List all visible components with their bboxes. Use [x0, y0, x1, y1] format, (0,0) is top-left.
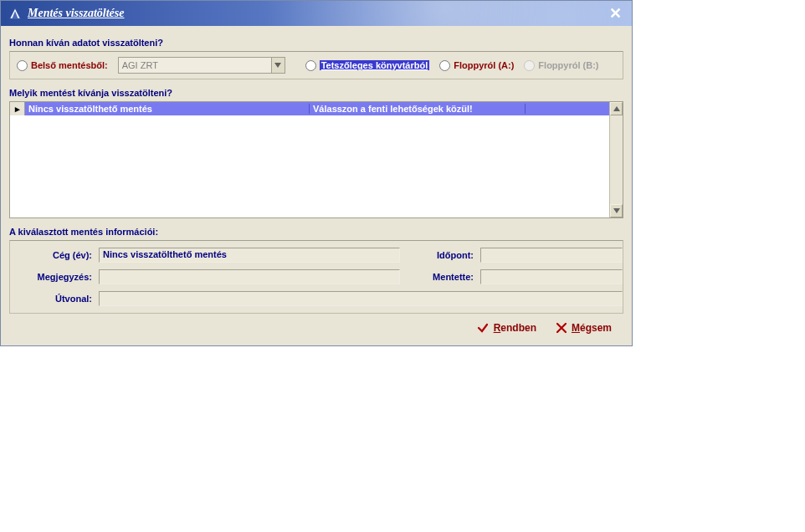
field-utvonal: [99, 291, 623, 306]
question-which: Melyik mentést kívánja visszatölteni?: [9, 88, 623, 98]
scroll-down-icon[interactable]: [610, 204, 623, 217]
dialog-body: Honnan kíván adatot visszatölteni? Belső…: [1, 26, 632, 345]
close-icon[interactable]: ✕: [606, 4, 625, 23]
question-info: A kiválasztott mentés információi:: [9, 227, 623, 237]
radio-floppy-a[interactable]: Floppyról (A:): [439, 60, 514, 71]
radio-floppy-b: Floppyról (B:): [524, 60, 598, 71]
backup-list-rows: ▸ Nincs visszatölthető mentés Válasszon …: [10, 102, 609, 217]
field-megjegyzes: [99, 269, 400, 284]
button-row: Rendben Mégsem: [9, 314, 623, 337]
scroll-up-icon[interactable]: [610, 102, 623, 115]
question-source: Honnan kíván adatot visszatölteni?: [9, 38, 623, 48]
label-mentette: Mentette:: [407, 272, 474, 282]
backup-list[interactable]: ▸ Nincs visszatölthető mentés Válasszon …: [9, 101, 623, 218]
company-combo[interactable]: AGI ZRT: [118, 57, 285, 74]
titlebar-left: Mentés visszatöltése: [8, 6, 125, 21]
x-icon: [556, 323, 567, 333]
radio-internal-input[interactable]: [17, 60, 28, 71]
label-ceg: Cég (év):: [17, 250, 92, 260]
window-title: Mentés visszatöltése: [28, 7, 125, 20]
scrollbar[interactable]: [609, 102, 623, 217]
radio-anydir-label: Tetszőleges könyvtárból: [320, 60, 430, 70]
info-panel: Cég (év): Nincs visszatölthető mentés Id…: [9, 240, 623, 314]
chevron-down-icon[interactable]: [271, 58, 285, 73]
radio-anydir-input[interactable]: [305, 60, 316, 71]
dialog-window: Mentés visszatöltése ✕ Honnan kíván adat…: [0, 0, 633, 346]
radio-floppy-a-label: Floppyról (A:): [454, 60, 514, 70]
radio-floppy-a-input[interactable]: [439, 60, 450, 71]
radio-floppy-b-input: [524, 60, 535, 71]
list-item[interactable]: ▸ Nincs visszatölthető mentés Válasszon …: [10, 102, 609, 115]
source-radio-group: Belső mentésből: AGI ZRT Tetszőleges kön…: [9, 51, 623, 79]
radio-floppy-b-label: Floppyról (B:): [538, 60, 598, 70]
titlebar: Mentés visszatöltése ✕: [1, 1, 632, 26]
field-mentette: [480, 269, 623, 284]
label-utvonal: Útvonal:: [17, 294, 92, 304]
radio-internal[interactable]: Belső mentésből:: [17, 60, 108, 71]
list-cell-name: Nincs visszatölthető mentés: [25, 104, 310, 114]
cancel-button[interactable]: Mégsem: [556, 322, 612, 334]
label-idopont: Időpont:: [407, 250, 474, 260]
cancel-label: Mégsem: [572, 322, 612, 334]
ok-label: Rendben: [494, 322, 536, 334]
app-icon: [8, 6, 23, 21]
radio-internal-label: Belső mentésből:: [31, 60, 108, 70]
label-megjegyzes: Megjegyzés:: [17, 272, 92, 282]
row-marker-icon: ▸: [10, 102, 25, 115]
list-cell-msg: Válasszon a fenti lehetőségek közül!: [310, 104, 526, 114]
check-icon: [477, 322, 489, 334]
ok-button[interactable]: Rendben: [477, 322, 536, 334]
company-combo-value: AGI ZRT: [119, 60, 271, 70]
field-idopont: [480, 248, 623, 263]
radio-anydir[interactable]: Tetszőleges könyvtárból: [305, 60, 430, 71]
field-ceg: Nincs visszatölthető mentés: [99, 248, 400, 263]
